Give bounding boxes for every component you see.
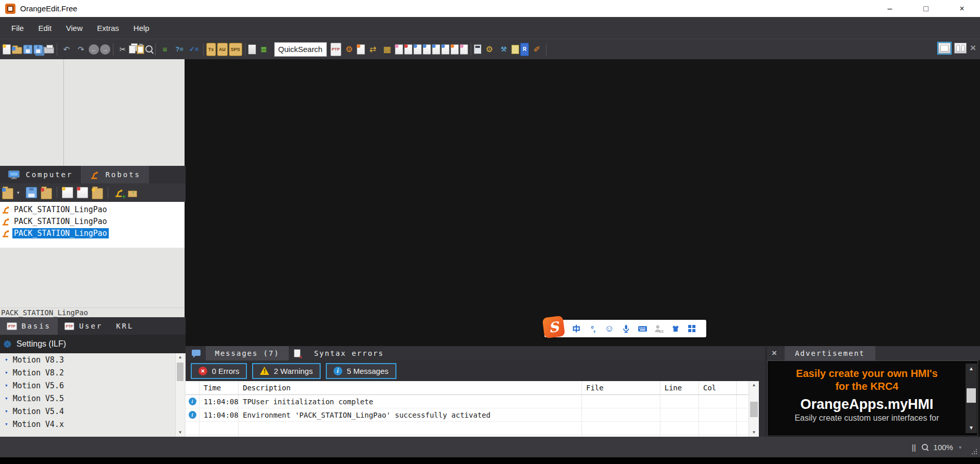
run-icon[interactable]: R xyxy=(520,43,529,56)
tree-item-motion[interactable]: ▾Motion V5.6 xyxy=(0,379,186,392)
cut-icon[interactable]: ✂ xyxy=(116,43,129,56)
new-file-icon[interactable] xyxy=(3,44,11,55)
header-line[interactable]: Line xyxy=(660,381,699,394)
scroll-down-icon[interactable]: ▼ xyxy=(966,423,977,433)
sogou-logo-icon[interactable]: S xyxy=(542,315,566,338)
param-list-icon[interactable]: ?≡ xyxy=(173,43,186,56)
calculator-icon[interactable] xyxy=(474,44,481,54)
header-col[interactable]: Col xyxy=(699,381,737,394)
zoom-level[interactable]: 100% xyxy=(934,443,953,452)
scrollbar-thumb[interactable] xyxy=(967,388,976,403)
copy-icon[interactable] xyxy=(129,45,136,54)
doc-tool-icon[interactable] xyxy=(441,44,450,55)
folder-icon[interactable] xyxy=(41,188,52,199)
close-button[interactable]: × xyxy=(944,0,980,17)
doc-tool-icon[interactable] xyxy=(451,44,459,55)
wrench-icon[interactable]: ⚒ xyxy=(497,43,510,56)
warnings-filter-button[interactable]: 2 Warnings xyxy=(252,363,320,379)
doc-tool-icon[interactable] xyxy=(423,44,431,55)
scroll-down-icon[interactable]: ▼ xyxy=(176,428,185,437)
emoji-icon[interactable]: ☺ xyxy=(603,322,616,335)
microphone-icon[interactable] xyxy=(619,322,633,335)
doc-lines-icon[interactable]: ≣ xyxy=(257,43,271,56)
tab-messages[interactable]: Messages (7) xyxy=(206,346,289,360)
doc-tool-icon[interactable] xyxy=(460,44,468,55)
chevron-down-icon[interactable]: ▾ xyxy=(5,369,8,376)
scroll-up-icon[interactable]: ▲ xyxy=(749,381,759,389)
list-item-selected[interactable]: PACK_STATION_LingPao xyxy=(0,227,185,239)
chevron-down-icon[interactable]: ▾ xyxy=(5,356,8,363)
grid-sync-icon[interactable]: ▦ xyxy=(380,43,394,56)
list-item[interactable]: PACK_STATION_LingPao xyxy=(0,203,185,215)
open-project-dropdown-icon[interactable]: ▾ xyxy=(17,190,22,195)
menu-file[interactable]: File xyxy=(4,21,31,35)
print-icon[interactable] xyxy=(44,47,54,54)
au-vars-icon[interactable]: AU xyxy=(217,43,228,56)
tab-computer[interactable]: Computer xyxy=(0,166,81,183)
tree-item-motion[interactable]: ▾Motion V4.x xyxy=(0,418,186,431)
zoom-dropdown-icon[interactable]: ▾ xyxy=(959,444,961,450)
scroll-down-icon[interactable]: ▼ xyxy=(749,428,759,437)
editor-area[interactable] xyxy=(186,59,980,346)
motion-scrollbar[interactable]: ▲ ▼ xyxy=(175,353,185,437)
advertisement-content[interactable]: Easily create your own HMI's for the KRC… xyxy=(767,360,978,436)
new-doc-icon[interactable] xyxy=(248,44,256,55)
messages-filter-button[interactable]: 5 Messages xyxy=(326,363,396,379)
open-icon[interactable] xyxy=(12,47,22,54)
fold-list-icon[interactable]: ≡ xyxy=(158,43,172,56)
import-archive-icon[interactable] xyxy=(128,191,137,197)
tab-user[interactable]: PTP User xyxy=(58,317,109,335)
add-robot-icon[interactable] xyxy=(113,187,124,198)
doc-tool-icon[interactable] xyxy=(404,44,412,55)
punctuation-icon[interactable]: °, xyxy=(586,322,600,335)
navigate-back-icon[interactable]: ← xyxy=(89,44,99,55)
chinese-mode-icon[interactable] xyxy=(570,322,583,335)
tab-krl[interactable]: KRL xyxy=(109,317,140,335)
scrollbar-thumb[interactable] xyxy=(177,363,184,381)
chevron-down-icon[interactable]: ▾ xyxy=(5,395,8,402)
header-icon-col[interactable] xyxy=(186,381,200,394)
tab-advertisement[interactable]: Advertisement xyxy=(785,346,875,360)
new-file-icon[interactable] xyxy=(62,187,73,198)
layout-single-icon[interactable] xyxy=(938,43,951,54)
doc-user-icon[interactable] xyxy=(357,44,365,55)
key-config-icon[interactable]: ⚙ xyxy=(483,43,496,56)
menu-edit[interactable]: Edit xyxy=(31,21,59,35)
member-login-icon[interactable]: 18 xyxy=(652,322,666,335)
toolbox-grid-icon[interactable] xyxy=(685,322,699,335)
chevron-down-icon[interactable]: ▾ xyxy=(5,421,8,427)
search-icon[interactable] xyxy=(145,45,153,53)
header-file[interactable]: File xyxy=(582,381,660,394)
save-robot-icon[interactable] xyxy=(26,187,37,198)
paste-icon[interactable] xyxy=(137,45,144,54)
tx-vars-icon[interactable]: Tx xyxy=(206,43,216,56)
quicksearch-input[interactable] xyxy=(274,42,327,57)
navigate-forward-icon[interactable]: → xyxy=(100,44,110,55)
header-time[interactable]: Time xyxy=(200,381,239,394)
menu-help[interactable]: Help xyxy=(126,21,157,35)
tab-robots[interactable]: Robots xyxy=(81,166,149,183)
skin-icon[interactable] xyxy=(669,322,682,335)
layout-split-icon[interactable] xyxy=(954,43,967,54)
save-all-icon[interactable] xyxy=(34,45,43,54)
table-row[interactable]: 11:04:08 TPUser initialization complete xyxy=(186,395,749,408)
chevron-down-icon[interactable]: ▾ xyxy=(5,382,8,389)
scroll-up-icon[interactable]: ▲ xyxy=(966,364,977,374)
sps-vars-icon[interactable]: SPS xyxy=(229,43,242,56)
new-folder-icon[interactable] xyxy=(92,188,103,199)
maximize-button[interactable]: □ xyxy=(908,0,944,17)
swap-arrows-icon[interactable]: ⇄ xyxy=(366,43,379,56)
tree-item-motion[interactable]: ▾Motion V8.2 xyxy=(0,366,186,379)
new-src-file-icon[interactable] xyxy=(77,187,88,198)
scrollbar-thumb[interactable] xyxy=(750,402,758,417)
advertisement-scrollbar[interactable]: ▲ ▼ xyxy=(966,364,977,433)
scroll-up-icon[interactable]: ▲ xyxy=(176,353,185,362)
header-description[interactable]: Description xyxy=(239,381,582,394)
list-item[interactable]: PACK_STATION_LingPao xyxy=(0,215,185,227)
splitter-icon[interactable]: || xyxy=(912,443,916,452)
tree-item-motion[interactable]: ▾Motion V5.4 xyxy=(0,405,186,418)
doc-tool-icon[interactable] xyxy=(432,44,440,55)
tab-syntax-errors[interactable]: Syntax errors xyxy=(305,346,393,360)
notes-icon[interactable] xyxy=(511,45,519,54)
tab-basis[interactable]: PTP Basis xyxy=(0,317,58,335)
